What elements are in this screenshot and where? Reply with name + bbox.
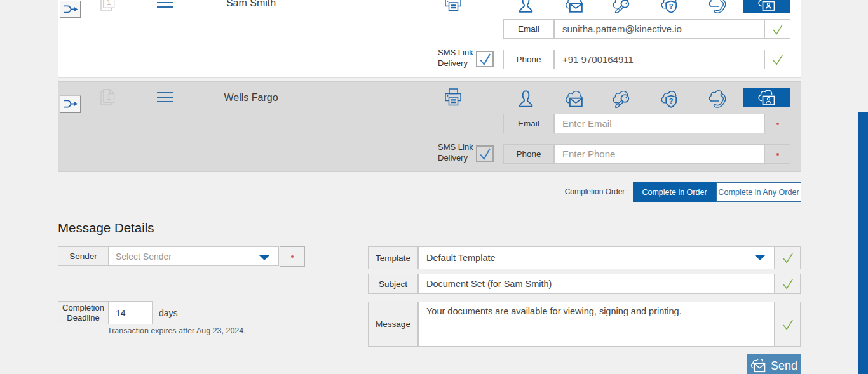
svg-text:?: ? <box>669 3 674 10</box>
svg-text:?: ? <box>669 97 674 105</box>
svg-text:1: 1 <box>107 0 111 7</box>
svg-text:1: 1 <box>107 92 111 102</box>
